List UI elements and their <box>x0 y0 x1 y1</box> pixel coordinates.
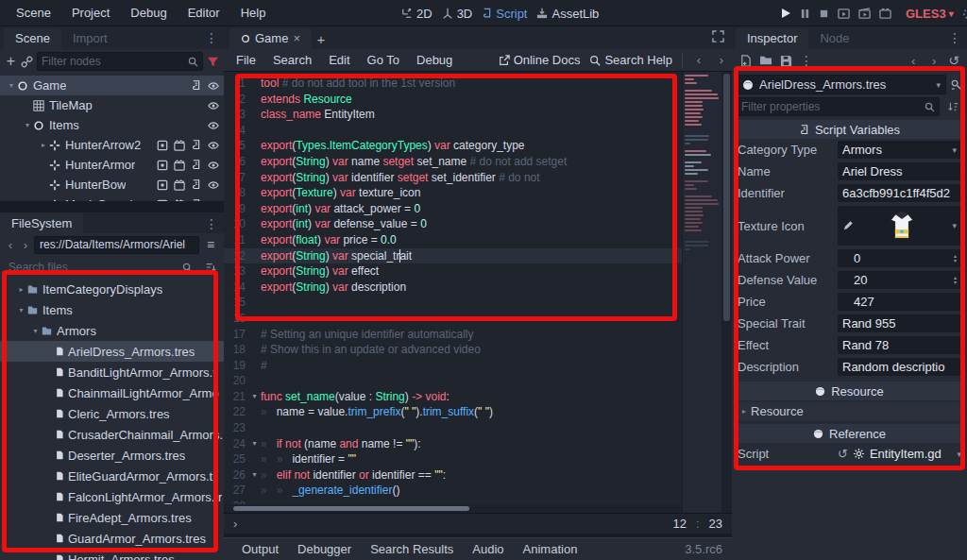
play-custom-scene-button[interactable] <box>879 8 891 20</box>
property-value-field[interactable]: Random descriptio <box>838 358 961 376</box>
resource-menu-icon[interactable]: ⋮ <box>800 53 813 68</box>
code-line-24[interactable]: 24▾» if not (name and name != ""): <box>224 436 682 452</box>
bottom-tab-audio[interactable]: Audio <box>464 540 512 558</box>
code-line-8[interactable]: 8export(Texture) var texture_icon <box>224 185 682 201</box>
folder-items[interactable]: ▾Items <box>0 299 224 320</box>
bottom-tab-search-results[interactable]: Search Results <box>362 540 462 558</box>
code-editor[interactable]: 1tool # do not add tool in the 1st versi… <box>224 72 732 513</box>
horizontal-scrollbar[interactable] <box>224 504 682 513</box>
property-value-field[interactable]: 0▴▾ <box>838 249 961 267</box>
movie-icon[interactable] <box>174 199 185 202</box>
code-line-14[interactable]: 14export(String) var description <box>224 280 682 296</box>
eye-icon[interactable] <box>207 100 220 111</box>
property-value-field[interactable]: 6a3cfb991c1ff4f5d2 <box>838 184 961 202</box>
eye-icon[interactable] <box>207 199 220 202</box>
code-line-18[interactable]: 18# Show this in an update or advanced v… <box>224 342 682 358</box>
menu-scene[interactable]: Scene <box>8 3 59 23</box>
filesystem-title[interactable]: FileSystem <box>0 212 83 233</box>
workspace-2d[interactable]: 2D <box>401 7 433 21</box>
expand-icon[interactable]: ▸ <box>38 141 49 149</box>
file-deserter-armors-tres[interactable]: Deserter_Armors.tres <box>0 445 224 466</box>
section-reference[interactable]: Reference <box>737 424 962 443</box>
distraction-free-icon[interactable] <box>712 30 724 42</box>
section-resource[interactable]: Resource <box>737 382 962 400</box>
dock-menu-icon[interactable]: ⋮ <box>948 30 961 45</box>
file-cleric-armors-tres[interactable]: Cleric_Armors.tres <box>0 403 224 424</box>
collapse-icon[interactable]: ▾ <box>16 306 26 314</box>
script-icon[interactable] <box>191 178 201 191</box>
play-scene-button[interactable] <box>858 8 871 20</box>
eye-icon[interactable] <box>207 120 220 131</box>
pause-button[interactable] <box>800 8 810 19</box>
resource-picker[interactable]: ArielDress_Armors.tres ▾ <box>737 75 946 94</box>
script-icon[interactable] <box>191 139 201 151</box>
nav-forward-icon[interactable]: › <box>19 238 32 252</box>
scene-node-tilemap[interactable]: TileMap <box>0 95 224 115</box>
menu-project[interactable]: Project <box>63 3 118 23</box>
script-icon[interactable] <box>191 159 201 171</box>
history-back-icon[interactable]: ‹ <box>907 54 920 68</box>
dock-menu-icon[interactable]: ⋮ <box>205 30 218 45</box>
dock-menu-icon[interactable]: ⋮ <box>205 216 218 231</box>
play-button[interactable] <box>780 8 791 19</box>
online-docs-button[interactable]: Online Docs <box>499 53 581 67</box>
scene-node-magicsword[interactable]: MagicSword <box>0 195 224 201</box>
file-fireadept-armors-tres[interactable]: FireAdept_Armors.tres <box>0 507 224 528</box>
collapse-icon[interactable]: ▾ <box>30 327 41 335</box>
close-icon[interactable]: × <box>293 31 300 45</box>
tab-scene[interactable]: Scene <box>4 28 61 49</box>
code-minimap[interactable] <box>682 72 721 513</box>
instance-scene-button[interactable] <box>21 52 33 71</box>
property-value-field[interactable]: 427 <box>838 293 961 311</box>
spinner-icon[interactable]: ▴▾ <box>954 254 957 263</box>
search-files-input[interactable] <box>8 261 182 274</box>
code-line-12[interactable]: 12export(String) var special_trait <box>224 248 682 264</box>
vertical-scrollbar[interactable] <box>721 72 732 513</box>
scene-node-hunterarmor[interactable]: HunterArmor <box>0 155 224 175</box>
add-node-button[interactable]: + <box>5 52 17 71</box>
instance-icon[interactable] <box>157 199 168 202</box>
filter-properties-input[interactable] <box>741 100 925 113</box>
code-line-17[interactable]: 17# Setting an unique identifier automat… <box>224 327 682 343</box>
current-path[interactable]: res://Data/Items/Armors/Ariel <box>34 236 199 254</box>
filter-icon[interactable] <box>207 52 219 71</box>
movie-icon[interactable] <box>174 140 185 151</box>
history-back-icon[interactable]: ‹ <box>692 53 705 67</box>
file-banditlightarmor-armors-t[interactable]: BanditLightArmor_Armors.t <box>0 362 224 382</box>
folder-itemcategorydisplays[interactable]: ▸ItemCategoryDisplays <box>0 279 224 299</box>
property-value-field[interactable]: 20▴▾ <box>838 271 961 289</box>
resource-tools-icon[interactable] <box>950 78 962 91</box>
code-line-22[interactable]: 22» name = value.trim_prefix(" ").trim_s… <box>224 404 682 420</box>
code-line-9[interactable]: 9export(int) var attack_power = 0 <box>224 201 682 217</box>
code-line-1[interactable]: 1tool # do not add tool in the 1st versi… <box>224 76 682 92</box>
file-chainmaillightarmor-armo[interactable]: ChainmailLightArmor_Armo <box>0 382 224 403</box>
script-icon[interactable] <box>191 198 201 201</box>
new-scene-tab-button[interactable]: + <box>312 29 331 48</box>
play-movie-button[interactable] <box>838 8 850 20</box>
folder-armors[interactable]: ▾Armors <box>0 320 224 341</box>
instance-icon[interactable] <box>157 179 168 191</box>
workspace-script[interactable]: Script <box>482 7 527 21</box>
sort-files-icon[interactable] <box>201 258 220 277</box>
texture-preview[interactable] <box>854 212 949 240</box>
file-crusaderchainmail-armors-[interactable]: CrusaderChainmail_Armors. <box>0 424 224 445</box>
eye-icon[interactable] <box>207 140 220 151</box>
tab-import[interactable]: Import <box>61 28 119 49</box>
property-value-field[interactable]: Rand 955 <box>838 314 961 332</box>
workspace-assetlib[interactable]: AssetLib <box>536 7 599 21</box>
fold-icon[interactable]: ▾ <box>248 389 261 405</box>
code-line-16[interactable]: 16 <box>224 311 682 327</box>
history-forward-icon[interactable]: › <box>927 54 941 68</box>
section-script-variables[interactable]: Script Variables <box>737 120 962 139</box>
code-line-13[interactable]: 13export(String) var effect <box>224 263 682 280</box>
property-value-field[interactable]: Armors▾ <box>838 141 961 159</box>
code-line-7[interactable]: 7export(String) var identifier setget se… <box>224 170 682 186</box>
code-line-19[interactable]: 19# <box>224 358 682 374</box>
code-line-20[interactable]: 20 <box>224 373 682 389</box>
code-line-11[interactable]: 11export(float) var price = 0.0 <box>224 232 682 248</box>
code-line-15[interactable]: 15 <box>224 295 682 311</box>
movie-icon[interactable] <box>174 179 185 191</box>
file-eliteguardarmor-armors-tr[interactable]: EliteGuardArmor_Armors.tr <box>0 466 224 486</box>
movie-icon[interactable] <box>174 160 185 171</box>
load-resource-icon[interactable] <box>759 55 772 66</box>
